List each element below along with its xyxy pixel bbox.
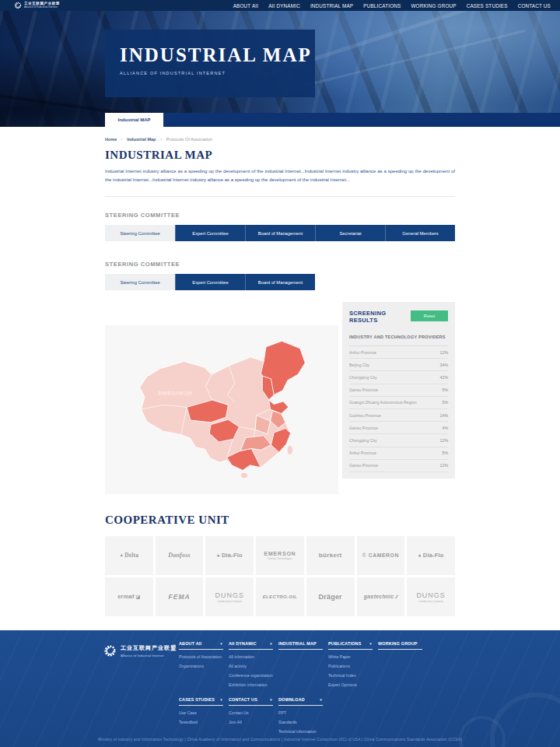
footer: 工业互联网产业联盟 Alliance of Industrial Interne…: [0, 630, 560, 747]
screening-row: Anhui Province 5%: [349, 447, 448, 460]
hero-title-box: INDUSTRIAL MAP ALLIANCE OF INDUSTRIAL IN…: [105, 30, 315, 97]
footer-link[interactable]: PPT: [278, 710, 328, 715]
breadcrumb-industrial-map[interactable]: Industrial Map: [127, 137, 156, 142]
hero-tab-industrial-map[interactable]: Industrial MAP: [105, 113, 163, 127]
nav-item[interactable]: INDUSTRIAL MAP: [310, 3, 353, 9]
chevron-down-icon: ▼: [369, 642, 373, 646]
hero-subtitle: ALLIANCE OF INDUSTRIAL INTERNET: [120, 71, 315, 75]
hero-banner: INDUSTRIAL MAP ALLIANCE OF INDUSTRIAL IN…: [0, 11, 560, 127]
page-description: Industrial Internet industry alliance as…: [105, 167, 455, 184]
nav-item[interactable]: WORKING GROUP: [411, 3, 456, 9]
screening-row: Chongqing City 42%: [349, 371, 448, 384]
footer-logo-cn: 工业互联网产业联盟: [121, 644, 177, 652]
footer-column-title[interactable]: ABOUT AII▼: [179, 641, 223, 650]
map-section: 新疆维吾尔自治区 SCREENING RESULTS Reset INDUSTR…: [105, 302, 455, 494]
footer-column: AII DYNAMIC▼All informationAll activityC…: [229, 641, 278, 687]
footer-link[interactable]: Conference organization: [229, 673, 278, 678]
region-value: 12%: [440, 463, 448, 468]
footer-link[interactable]: Expert Opinions: [328, 682, 378, 687]
partner-logo: Dia-Flo: [205, 536, 254, 575]
committee-section-heading: STEERING COMMITTEE: [105, 212, 455, 219]
footer-link[interactable]: Technical information: [278, 729, 328, 734]
committee-tabs-1: Steering Committee Expert Committee Boar…: [105, 225, 455, 241]
footer-link[interactable]: Exhibition information: [229, 682, 278, 687]
region-name: Anhui Province: [349, 350, 376, 355]
committee-tab[interactable]: Secretariat: [315, 225, 385, 241]
footer-link[interactable]: Use Case: [179, 710, 229, 715]
region-value: 5%: [443, 388, 449, 392]
partner-logo-text: ermaf: [117, 593, 140, 600]
footer-columns-row1: ABOUT AII▼Protocols of AssociationOrgani…: [179, 641, 428, 687]
footer-column-title[interactable]: DOWNLOAD▼: [278, 697, 323, 706]
footer-link[interactable]: Contact Us: [229, 710, 278, 715]
footer-link[interactable]: Testedbed: [179, 720, 229, 724]
region-value: 4%: [443, 426, 449, 430]
partner-logo: gastechnic: [357, 577, 405, 616]
footer-column-title[interactable]: CASES STUDIES▼: [179, 697, 223, 706]
map-taiwan[interactable]: [287, 445, 292, 454]
nav-item[interactable]: ABOUT AII: [233, 3, 258, 9]
screening-row: Guizhou Province 14%: [349, 409, 448, 422]
committee-tab[interactable]: Board of Management: [245, 225, 315, 241]
region-value: 12%: [440, 350, 448, 355]
footer-link[interactable]: Standards: [278, 720, 328, 724]
partner-logo-subtext: Climate Technologies: [268, 557, 292, 560]
region-name: Gansu Province: [349, 463, 378, 468]
footer-link[interactable]: Join AII: [229, 720, 278, 724]
nav-item[interactable]: PUBLICATIONS: [363, 3, 401, 9]
footer-column: INDUSTRIAL MAP: [278, 641, 328, 687]
committee-tab[interactable]: Expert Committee: [175, 225, 245, 241]
breadcrumb-current: Protocols Of Association: [166, 137, 212, 142]
site-logo[interactable]: 工业互联网产业联盟 Alliance of Industrial Interne…: [14, 2, 60, 9]
footer-column-title[interactable]: PUBLICATIONS▼: [328, 641, 373, 650]
nav-item[interactable]: CASES STUDIES: [467, 3, 508, 9]
partner-logo-text: DUNGS: [416, 591, 446, 599]
breadcrumb-separator-icon: >: [121, 137, 123, 142]
committee-tab[interactable]: Expert Committee: [175, 274, 245, 290]
committee-tab[interactable]: Steering Committee: [105, 225, 175, 241]
footer-column-title[interactable]: INDUSTRIAL MAP: [278, 641, 323, 650]
screening-row: Chongqing City 12%: [349, 434, 448, 447]
committee-tab[interactable]: General Members: [385, 225, 455, 241]
partner-logo-text: CAMERON: [362, 552, 399, 558]
chevron-down-icon: ▼: [219, 642, 223, 646]
top-navigation: 工业互联网产业联盟 Alliance of Industrial Interne…: [0, 0, 560, 11]
footer-link[interactable]: All activity: [229, 664, 278, 668]
partner-logo-text: FEMA: [169, 593, 191, 601]
breadcrumb-home[interactable]: Home: [105, 137, 117, 142]
screening-row: Guangxi Zhuang Autonomous Region 5%: [349, 397, 448, 409]
map-hainan[interactable]: [240, 472, 247, 478]
nav-item[interactable]: CONTACT US: [518, 3, 551, 9]
footer-link[interactable]: Organizations: [179, 664, 229, 668]
logo-text-en: Alliance of Industrial Internet: [24, 6, 60, 9]
footer-logo[interactable]: 工业互联网产业联盟 Alliance of Industrial Interne…: [103, 644, 177, 658]
footer-column-title[interactable]: WORKING GROUP: [378, 641, 422, 650]
footer-column-title[interactable]: AII DYNAMIC▼: [229, 641, 273, 650]
china-choropleth-map[interactable]: 新疆维吾尔自治区: [120, 334, 324, 486]
reset-button[interactable]: Reset: [411, 310, 448, 321]
partner-logo-text: DUNGS: [215, 591, 245, 599]
region-name: Guizhou Province: [349, 413, 381, 418]
cooperative-unit-title: COOPERATIVE UNIT: [105, 514, 455, 527]
footer-link[interactable]: White Paper: [328, 654, 378, 659]
committee-tab[interactable]: Board of Management: [245, 274, 315, 290]
partner-logo: Dia-Flo: [407, 536, 455, 575]
region-value: 5%: [443, 451, 449, 455]
partner-logo: Dräger: [306, 577, 355, 616]
footer-link[interactable]: All information: [229, 654, 278, 659]
screening-row: Gansu Province 5%: [349, 384, 448, 397]
footer-link[interactable]: Technical Index: [328, 673, 378, 678]
partner-logo: DUNGS Combustion Controls: [407, 577, 455, 616]
screening-results-title: SCREENING RESULTS: [349, 310, 404, 324]
partner-logo-text: ELECTRO.OIL: [263, 594, 298, 599]
region-name: Chongqing City: [349, 438, 376, 443]
hero-title: INDUSTRIAL MAP: [120, 45, 315, 65]
region-value: 5%: [443, 400, 449, 405]
chevron-down-icon: ▼: [219, 698, 223, 702]
footer-link[interactable]: Protocols of Association: [179, 654, 229, 659]
footer-column-title[interactable]: CONTACT US▼: [229, 697, 273, 706]
nav-item[interactable]: AII DYNAMIC: [268, 3, 300, 9]
china-map-panel[interactable]: 新疆维吾尔自治区: [105, 325, 338, 494]
footer-link[interactable]: Publications: [328, 664, 378, 668]
committee-tab[interactable]: Steering Committee: [105, 274, 175, 290]
